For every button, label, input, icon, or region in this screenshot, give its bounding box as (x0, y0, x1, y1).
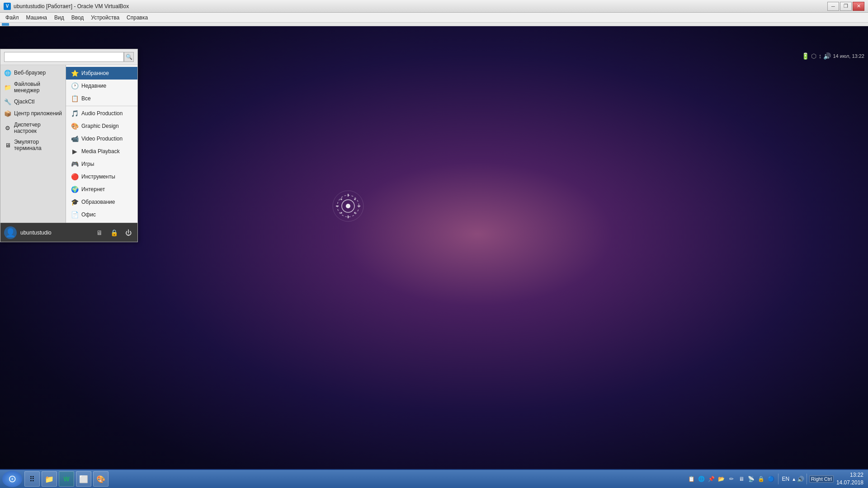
left-item-terminal[interactable]: 🖥 Эмулятор терминала (0, 136, 66, 154)
left-panel: 🌐 Веб-браузер 📁 Файловый менеджер 🔧 Qjac… (0, 65, 66, 223)
vbox-volume-icon: 🔊 (823, 52, 831, 60)
vbox-title: ubuntustudio [Работает] - Oracle VM Virt… (14, 3, 827, 9)
vbox-datetime: 14 июл, 13:22 (833, 53, 864, 59)
left-item-file-manager[interactable]: 📁 Файловый менеджер (0, 79, 66, 96)
cat-favorites-label: Избранное (81, 70, 109, 76)
tray-icon-5[interactable]: ✏ (727, 474, 736, 483)
terminal-icon: 🖥 (4, 141, 11, 149)
clock-display[interactable]: 13:22 14.07.2018 (835, 471, 865, 487)
cat-office-label: Офис (81, 211, 96, 218)
cat-all-label: Все (81, 95, 91, 102)
left-item-settings[interactable]: ⚙ Диспетчер настроек (0, 119, 66, 136)
cat-graphic-design[interactable]: 🎨 Graphic Design (66, 120, 137, 132)
menu-help[interactable]: Справка (123, 14, 151, 22)
games-icon: 🎮 (71, 160, 79, 168)
right-panel: ⭐ Избранное 🕐 Недавние 📋 Все (66, 65, 137, 223)
cat-tools-label: Инструменты (81, 174, 115, 180)
taskbar-word[interactable]: W (59, 471, 74, 487)
virtualbox-window: V ubuntustudio [Работает] - Oracle VM Vi… (0, 0, 868, 488)
cat-media-playback[interactable]: ▶ Media Playback (66, 145, 137, 158)
tray-icon-7[interactable]: 📡 (747, 474, 756, 483)
media-icon: ▶ (71, 147, 79, 155)
search-button[interactable]: 🔍 (124, 52, 134, 62)
menu-body: 🌐 Веб-браузер 📁 Файловый менеджер 🔧 Qjac… (0, 65, 137, 223)
search-input[interactable] (4, 52, 124, 62)
user-name: ubuntustudio (20, 230, 90, 236)
tray-icon-6[interactable]: 🖥 (737, 474, 746, 483)
file-manager-icon: 📁 (4, 84, 11, 91)
video-icon: 📹 (71, 135, 79, 143)
svg-point-3 (346, 204, 350, 208)
vbox-toolbar-strip (0, 23, 868, 26)
taskbar-files[interactable]: 📁 (42, 471, 57, 487)
cat-tools[interactable]: 🔴 Инструменты (66, 170, 137, 183)
taskbar: ⊙ ⠿ 📁 W ⬜ 🎨 📋 🌐 📌 📂 ✏ 🖥 📡 🔒 🔵 EN (0, 469, 868, 488)
vbox-menubar: Файл Машина Вид Ввод Устройства Справка (0, 13, 868, 23)
tray-icon-3[interactable]: 📌 (707, 474, 716, 483)
cat-audio-production-label: Audio Production (81, 110, 123, 117)
tray-icon-1[interactable]: 📋 (687, 474, 696, 483)
web-browser-icon: 🌐 (4, 69, 11, 76)
menu-devices[interactable]: Устройства (87, 14, 123, 22)
cat-video-production-label: Video Production (81, 136, 123, 142)
close-button[interactable]: ✕ (853, 2, 864, 11)
start-button[interactable]: ⊙ (2, 471, 22, 487)
tray-icon-4[interactable]: 📂 (717, 474, 726, 483)
vbox-app-icon: V (4, 3, 11, 10)
office-icon: 📄 (71, 211, 79, 219)
left-item-app-center[interactable]: 📦 Центр приложений (0, 108, 66, 119)
tray-icon-8[interactable]: 🔒 (757, 474, 766, 483)
cat-media-playback-label: Media Playback (81, 148, 120, 155)
audio-icon: 🎵 (71, 109, 79, 117)
language-indicator[interactable]: EN (781, 476, 791, 482)
taskbar-paint[interactable]: 🎨 (93, 471, 108, 487)
graphic-icon: 🎨 (71, 122, 79, 130)
vbox-battery-icon: 🔋 (802, 52, 809, 60)
cat-all[interactable]: 📋 Все (66, 92, 137, 105)
cat-audio-production[interactable]: 🎵 Audio Production (66, 107, 137, 120)
minimize-button[interactable]: ─ (827, 2, 839, 11)
menu-file[interactable]: Файл (2, 14, 23, 22)
cat-games[interactable]: 🎮 Игры (66, 158, 137, 170)
volume-up-icon[interactable]: ▲ (792, 477, 796, 482)
cat-games-label: Игры (81, 161, 94, 167)
left-item-terminal-label: Эмулятор терминала (14, 139, 62, 151)
tray-icon-9[interactable]: 🔵 (767, 474, 776, 483)
vbox-status-icons: 🔋 ⬡ ↕ 🔊 14 июл, 13:22 (802, 52, 864, 60)
settings-icon: ⚙ (4, 124, 11, 131)
clock-date: 14.07.2018 (836, 479, 863, 487)
menu-input[interactable]: Ввод (68, 14, 88, 22)
tray-divider-2 (807, 474, 807, 484)
menu-machine[interactable]: Машина (23, 14, 51, 22)
lock-action-button[interactable]: 🔒 (108, 227, 119, 238)
taskbar-show-desktop[interactable]: ⠿ (24, 471, 40, 487)
svg-point-10 (340, 198, 342, 200)
app-center-icon: 📦 (4, 110, 11, 117)
cat-office[interactable]: 📄 Офис (66, 208, 137, 221)
cat-education[interactable]: 🎓 Образование (66, 196, 137, 208)
cat-favorites[interactable]: ⭐ Избранное (66, 67, 137, 80)
virtual-desktop: 🔋 ⬡ ↕ 🔊 14 июл, 13:22 (0, 26, 868, 488)
cat-internet[interactable]: 🌍 Интернет (66, 183, 137, 196)
svg-point-11 (354, 212, 356, 214)
cat-education-label: Образование (81, 199, 115, 205)
tray-icon-2[interactable]: 🌐 (697, 474, 706, 483)
window-controls: ─ ❐ ✕ (827, 2, 864, 11)
left-item-qjackctl-label: QjackCtl (14, 99, 34, 105)
all-icon: 📋 (71, 94, 79, 103)
right-ctrl-label: Right Ctrl (809, 475, 834, 483)
cat-graphic-design-label: Graphic Design (81, 123, 119, 129)
cat-video-production[interactable]: 📹 Video Production (66, 132, 137, 145)
power-action-button[interactable]: ⏻ (123, 227, 134, 238)
left-item-app-center-label: Центр приложений (14, 110, 62, 117)
left-item-qjackctl[interactable]: 🔧 QjackCtl (0, 96, 66, 108)
svg-point-9 (340, 212, 342, 214)
left-item-web-browser[interactable]: 🌐 Веб-браузер (0, 67, 66, 79)
display-action-button[interactable]: 🖥 (94, 227, 105, 238)
menu-view[interactable]: Вид (51, 14, 68, 22)
cat-recent[interactable]: 🕐 Недавние (66, 80, 137, 92)
cat-recent-label: Недавние (81, 83, 106, 89)
taskbar-virtualbox[interactable]: ⬜ (76, 471, 91, 487)
volume-icon[interactable]: 🔊 (797, 476, 804, 483)
restore-button[interactable]: ❐ (840, 2, 852, 11)
